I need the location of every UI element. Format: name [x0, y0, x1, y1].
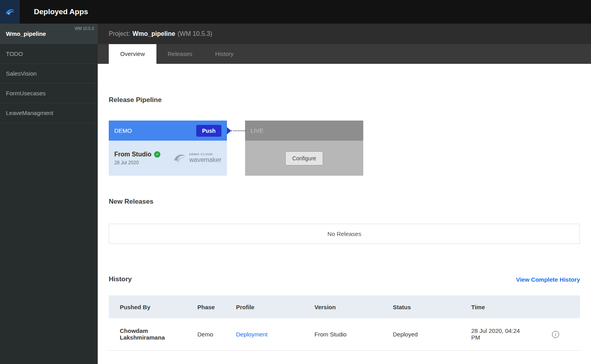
cell-version: From Studio: [314, 318, 393, 350]
project-version-tag: WM 10.5.3: [75, 26, 94, 31]
sidebar-item-label: FormUsecases: [6, 90, 46, 97]
configure-button[interactable]: Configure: [285, 151, 323, 165]
new-releases-heading: New Releases: [109, 198, 580, 206]
cell-profile: Deployment: [236, 318, 314, 350]
cell-time: 28 Jul 2020, 04:24 PM: [471, 318, 530, 350]
sidebar-item-leavemanagment[interactable]: LeaveManagment: [0, 103, 98, 123]
app-title: Deployed Apps: [34, 7, 88, 16]
tab-overview[interactable]: Overview: [109, 44, 156, 64]
pipeline-connector: [227, 121, 245, 141]
push-button[interactable]: Push: [196, 125, 221, 137]
deployment-source: From Studio ✓ 28 Jul 2020: [114, 151, 160, 165]
table-row: Chowdam Lakshmiramana Demo Deployment Fr…: [109, 318, 580, 350]
demo-cloud-label: DEMO CLOUD: [189, 153, 221, 156]
cell-pushed-by: Chowdam Lakshmiramana: [109, 318, 197, 350]
top-bar: Deployed Apps: [0, 0, 591, 24]
project-version: (WM 10.5.3): [178, 30, 212, 37]
sidebar-item-label: LeaveManagment: [6, 110, 53, 116]
column-header-pushed-by: Pushed By: [109, 295, 197, 318]
success-check-icon: ✓: [154, 151, 160, 158]
history-heading: History: [109, 275, 132, 283]
project-header: Project: Wmo_pipeline (WM 10.5.3): [98, 24, 591, 44]
cell-actions: i: [530, 318, 580, 350]
cell-status: Deployed: [393, 318, 471, 350]
sidebar-item-label: SalesVision: [6, 70, 37, 77]
release-pipeline-heading: Release Pipeline: [109, 96, 580, 104]
live-stage-label: LIVE: [251, 127, 264, 134]
release-pipeline: DEMO Push From Studio ✓ 28 Jul 2020: [109, 121, 580, 176]
sidebar-item-salesvision[interactable]: SalesVision: [0, 64, 98, 84]
deployment-profile-link[interactable]: Deployment: [236, 331, 268, 338]
column-header-status: Status: [393, 295, 471, 318]
no-releases-box: No Releases: [109, 224, 580, 244]
project-label: Project:: [109, 30, 130, 37]
no-releases-text: No Releases: [327, 230, 361, 237]
live-stage-header: LIVE: [245, 121, 363, 141]
tab-bar: Overview Releases History: [98, 44, 591, 64]
sidebar-item-label: Wmo_pipeline: [6, 30, 46, 37]
column-header-phase: Phase: [197, 295, 236, 318]
column-header-profile: Profile: [236, 295, 314, 318]
wavemaker-cloud-icon: [171, 150, 187, 167]
demo-cloud-brand: DEMO CLOUD wavemaker: [171, 150, 221, 167]
history-table-header-row: Pushed By Phase Profile Version Status T…: [109, 295, 580, 318]
arrow-right-icon: [227, 127, 231, 134]
sidebar-item-todo[interactable]: TODO: [0, 44, 98, 64]
history-table: Pushed By Phase Profile Version Status T…: [109, 295, 580, 351]
column-header-actions: [530, 295, 580, 318]
tab-releases[interactable]: Releases: [156, 44, 204, 64]
demo-stage-body: From Studio ✓ 28 Jul 2020: [109, 141, 227, 176]
info-icon[interactable]: i: [552, 331, 559, 338]
sidebar-item-wmo-pipeline[interactable]: WM 10.5.3 Wmo_pipeline: [0, 24, 98, 44]
cell-phase: Demo: [197, 318, 236, 350]
projects-sidebar: WM 10.5.3 Wmo_pipeline TODO SalesVision …: [0, 24, 98, 364]
tab-history[interactable]: History: [204, 44, 245, 64]
view-complete-history-link[interactable]: View Complete History: [516, 276, 580, 283]
from-studio-label: From Studio: [114, 151, 151, 158]
dotted-connector-line: [231, 130, 245, 131]
overview-content: Release Pipeline DEMO Push From Studio ✓: [98, 64, 591, 364]
column-header-version: Version: [314, 295, 393, 318]
live-stage-body: Configure: [245, 141, 363, 176]
column-header-time: Time: [471, 295, 530, 318]
wavemaker-logo[interactable]: [0, 0, 20, 24]
demo-stage-card: DEMO Push From Studio ✓ 28 Jul 2020: [109, 121, 227, 176]
push-date: 28 Jul 2020: [114, 160, 160, 165]
demo-stage-label: DEMO: [114, 127, 132, 134]
wave-logo-icon: [4, 6, 16, 19]
wavemaker-wordmark: wavemaker: [189, 156, 221, 163]
project-name: Wmo_pipeline: [132, 30, 175, 37]
sidebar-item-formusecases[interactable]: FormUsecases: [0, 84, 98, 103]
live-stage-card: LIVE Configure: [245, 121, 363, 176]
demo-stage-header: DEMO Push: [109, 121, 227, 141]
sidebar-item-label: TODO: [6, 50, 23, 57]
